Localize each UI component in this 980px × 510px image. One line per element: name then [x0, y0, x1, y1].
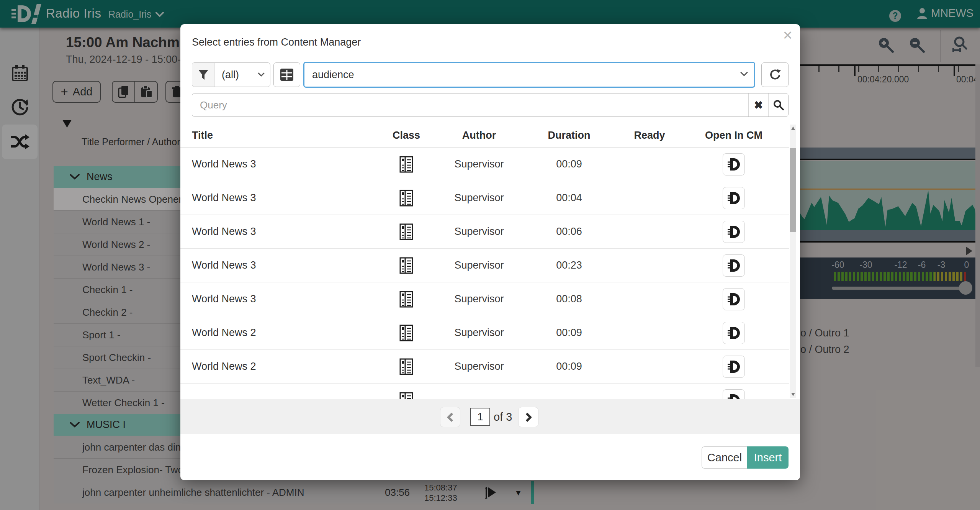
table-rows: World News 3 Supervisor 00:09	[180, 148, 789, 399]
column-title: Title	[192, 130, 380, 141]
class-icon	[399, 190, 413, 207]
search-term-input[interactable]	[304, 69, 740, 81]
open-in-cm-button[interactable]	[723, 288, 745, 310]
table-row[interactable]: World News 2 Supervisor 00:09	[180, 350, 789, 384]
query-bar: ✖	[192, 93, 789, 117]
open-in-cm-button[interactable]	[723, 187, 745, 209]
column-class: Class	[380, 130, 433, 141]
column-duration: Duration	[525, 130, 613, 141]
insert-button[interactable]: Insert	[747, 446, 789, 469]
scroll-down-arrow[interactable]	[791, 393, 795, 396]
scrollbar-thumb[interactable]	[790, 148, 796, 232]
filter-icon	[192, 63, 214, 87]
dialog-title: Select entries from Content Manager	[192, 36, 361, 48]
refresh-icon	[769, 69, 781, 81]
class-icon	[399, 392, 413, 399]
search-term-combobox	[303, 62, 755, 88]
prev-page-button[interactable]	[440, 407, 460, 427]
open-in-cm-button[interactable]	[723, 153, 745, 175]
column-author: Author	[433, 130, 525, 141]
column-ready: Ready	[613, 130, 686, 141]
class-filter-group: (all)	[192, 62, 270, 87]
content-manager-icon	[727, 394, 740, 399]
content-manager-icon	[727, 292, 740, 306]
open-in-cm-button[interactable]	[723, 221, 745, 243]
open-in-cm-button[interactable]	[723, 356, 745, 378]
query-input[interactable]	[192, 93, 748, 116]
scroll-up-arrow[interactable]	[791, 126, 795, 130]
chevron-down-icon	[258, 72, 265, 77]
chevron-left-icon	[446, 412, 455, 423]
open-in-cm-button[interactable]	[723, 389, 745, 399]
content-manager-dialog: Select entries from Content Manager × (a…	[180, 24, 800, 480]
open-in-cm-button[interactable]	[723, 254, 745, 277]
page-count-label: of 3	[494, 399, 512, 435]
class-icon	[399, 223, 413, 240]
table-row[interactable]: World News 3 Supervisor 00:06	[180, 215, 789, 249]
content-manager-icon	[727, 259, 740, 272]
content-manager-icon	[727, 225, 740, 239]
clear-query-button[interactable]: ✖	[748, 93, 768, 116]
table-scrollbar[interactable]	[790, 125, 796, 398]
table-row[interactable]: World News 3 Supervisor 00:09	[180, 148, 789, 181]
content-manager-icon	[727, 157, 740, 171]
pagination-bar: of 3	[180, 399, 800, 434]
table-row[interactable]: World News 3 Supervisor 00:04	[180, 181, 789, 215]
content-manager-icon	[727, 326, 740, 340]
content-manager-icon	[727, 360, 740, 374]
class-icon	[399, 358, 413, 375]
cancel-button[interactable]: Cancel	[702, 446, 747, 469]
table-row[interactable]: World News 3 Supervisor 00:23	[180, 249, 789, 282]
table-icon	[280, 68, 294, 81]
class-icon	[399, 257, 413, 274]
table-row[interactable]: World News 3 Supervisor 00:08	[180, 282, 789, 316]
clear-icon: ✖	[754, 99, 763, 112]
class-icon	[399, 325, 413, 341]
page-number-input[interactable]	[470, 408, 490, 426]
content-manager-icon	[727, 191, 740, 205]
class-filter-select[interactable]: (all)	[214, 63, 270, 87]
table-row[interactable]: World News 2 Supervisor 00:09	[180, 316, 789, 350]
close-icon[interactable]: ×	[783, 27, 792, 43]
table-header: Title Class Author Duration Ready Open I…	[180, 124, 789, 148]
refresh-button[interactable]	[761, 62, 789, 87]
search-button[interactable]	[768, 93, 788, 116]
class-icon	[399, 291, 413, 308]
open-in-cm-button[interactable]	[723, 322, 745, 344]
next-page-button[interactable]	[518, 407, 538, 427]
chevron-down-icon[interactable]	[740, 71, 754, 78]
class-icon	[399, 156, 413, 173]
table-row[interactable]	[180, 384, 789, 399]
column-open-in-cm: Open In CM	[686, 130, 782, 141]
search-icon	[773, 100, 784, 110]
chevron-right-icon	[524, 412, 533, 423]
table-view-button[interactable]	[273, 62, 300, 87]
